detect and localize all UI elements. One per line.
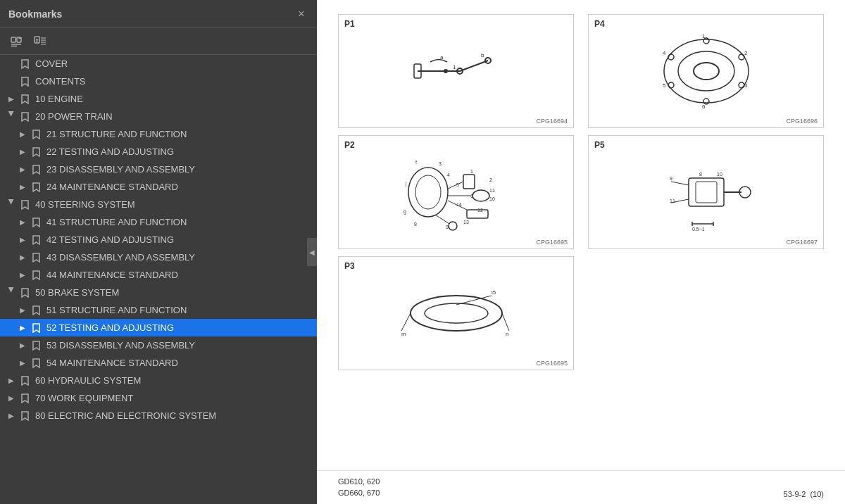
bookmark-icon <box>32 305 42 315</box>
sidebar-item-43-disassembly[interactable]: ▶43 DISASSEMBLY AND ASSEMBLY <box>0 248 317 266</box>
sidebar-tree: ▶COVER▶CONTENTS▶10 ENGINE▶20 POWER TRAIN… <box>0 55 317 504</box>
bookmark-icon <box>32 147 42 157</box>
svg-text:j: j <box>405 181 407 187</box>
bookmark-icon <box>32 218 42 227</box>
sidebar-item-label: 52 TESTING AND ADJUSTING <box>46 322 174 333</box>
sidebar-item-52-testing[interactable]: ▶52 TESTING AND ADJUSTING <box>0 319 317 336</box>
svg-text:n: n <box>506 331 508 337</box>
sidebar-item-70-work[interactable]: ▶70 WORK EQUIPMENT <box>0 389 317 407</box>
expand-arrow: ▶ <box>17 324 28 332</box>
svg-text:6: 6 <box>470 194 473 199</box>
figures-row-2: P2 <box>338 135 824 249</box>
sidebar-item-50-brake[interactable]: ▶50 BRAKE SYSTEM <box>0 284 317 301</box>
svg-line-45 <box>435 215 449 224</box>
svg-point-24 <box>694 63 719 80</box>
svg-point-78 <box>425 303 488 323</box>
bookmark-icon <box>21 288 31 298</box>
bookmark-icon <box>32 130 42 139</box>
sidebar-item-21-structure[interactable]: ▶21 STRUCTURE AND FUNCTION <box>0 125 317 143</box>
sidebar-item-label: 40 STEERING SYSTEM <box>35 199 135 210</box>
figure-p2-caption: CPG16695 <box>536 239 568 246</box>
svg-text:10: 10 <box>489 196 495 201</box>
bookmark-list-view-button[interactable] <box>7 32 25 51</box>
sidebar-item-label: 60 HYDRAULIC SYSTEM <box>35 375 141 386</box>
expand-arrow: ▶ <box>17 306 28 314</box>
figure-p1: P1 a <box>338 14 574 128</box>
sidebar-item-51-structure[interactable]: ▶51 STRUCTURE AND FUNCTION <box>0 301 317 319</box>
footer-page-number: 53-9-2 (10) <box>784 490 824 498</box>
sidebar-item-label: 10 ENGINE <box>35 94 83 104</box>
figure-p4-caption: CPG16696 <box>786 118 818 125</box>
bookmark-icon <box>32 358 42 368</box>
svg-text:1: 1 <box>453 64 456 70</box>
figures-row-3: P3 l5 m n <box>338 256 824 370</box>
sidebar-item-60-hydraulic[interactable]: ▶60 HYDRAULIC SYSTEM <box>0 372 317 389</box>
sidebar-item-40-steering[interactable]: ▶40 STEERING SYSTEM <box>0 196 317 213</box>
svg-text:9: 9 <box>670 176 672 181</box>
sidebar-item-41-structure[interactable]: ▶41 STRUCTURE AND FUNCTION <box>0 213 317 231</box>
sidebar-item-label: 43 DISASSEMBLY AND ASSEMBLY <box>46 252 195 263</box>
sidebar-item-label: 80 ELECTRIC AND ELECTRONIC SYSTEM <box>35 410 216 421</box>
expand-arrow: ▶ <box>17 183 28 191</box>
svg-point-30 <box>668 54 674 60</box>
bookmark-icon <box>21 77 31 87</box>
collapse-panel-button[interactable]: ◀ <box>307 238 317 266</box>
figure-p1-caption: CPG16694 <box>536 118 568 125</box>
svg-point-22 <box>664 39 749 103</box>
expand-arrow: ▶ <box>17 341 28 349</box>
svg-rect-40 <box>463 175 475 189</box>
figure-p5: P5 9 11 8 10 <box>588 135 824 249</box>
bookmark-icon <box>32 341 42 351</box>
bookmark-icon <box>21 200 31 210</box>
expand-arrow: ▶ <box>17 148 28 156</box>
sidebar-item-24-maintenance[interactable]: ▶24 MAINTENANCE STANDARD <box>0 178 317 196</box>
svg-text:3: 3 <box>744 82 748 89</box>
sidebar-item-42-testing[interactable]: ▶42 TESTING AND ADJUSTING <box>0 231 317 248</box>
sidebar-item-label: 53 DISASSEMBLY AND ASSEMBLY <box>46 340 195 351</box>
svg-line-67 <box>671 182 689 185</box>
figure-p4: P4 1 <box>588 14 824 128</box>
sidebar-item-cover[interactable]: ▶COVER <box>0 55 317 73</box>
sidebar-item-22-testing[interactable]: ▶22 TESTING AND ADJUSTING <box>0 143 317 160</box>
svg-point-38 <box>415 175 441 209</box>
bookmark-icon <box>21 112 31 122</box>
svg-text:8: 8 <box>699 172 702 177</box>
bookmark-icon <box>32 270 42 280</box>
sidebar-item-53-disassembly[interactable]: ▶53 DISASSEMBLY AND ASSEMBLY <box>0 336 317 354</box>
sidebar-item-44-maintenance[interactable]: ▶44 MAINTENANCE STANDARD <box>0 266 317 284</box>
svg-text:14: 14 <box>456 202 462 207</box>
sidebar-item-contents[interactable]: ▶CONTENTS <box>0 73 317 90</box>
sidebar-item-10-engine[interactable]: ▶10 ENGINE <box>0 90 317 108</box>
svg-rect-63 <box>689 178 724 206</box>
sidebar-item-80-electric[interactable]: ▶80 ELECTRIC AND ELECTRONIC SYSTEM <box>0 407 317 424</box>
svg-point-46 <box>449 222 457 230</box>
svg-point-23 <box>678 51 734 91</box>
svg-text:5: 5 <box>663 82 666 89</box>
sidebar-item-label: 70 WORK EQUIPMENT <box>35 393 133 403</box>
figure-p2-label: P2 <box>344 140 355 150</box>
sidebar-item-23-disassembly[interactable]: ▶23 DISASSEMBLY AND ASSEMBLY <box>0 160 317 178</box>
close-button[interactable]: × <box>294 7 308 21</box>
svg-point-42 <box>472 190 489 201</box>
expand-arrow: ▶ <box>17 236 28 244</box>
expand-arrow: ▶ <box>8 199 15 210</box>
sidebar-item-54-maintenance[interactable]: ▶54 MAINTENANCE STANDARD <box>0 354 317 372</box>
bookmark-icon <box>21 94 31 104</box>
svg-text:10: 10 <box>717 172 722 177</box>
figure-p3-label: P3 <box>344 261 355 271</box>
figure-p1-label: P1 <box>344 19 355 29</box>
svg-text:0.5~1: 0.5~1 <box>692 227 705 231</box>
sidebar-item-label: COVER <box>35 58 68 69</box>
bookmark-icon <box>32 253 42 263</box>
document-area: P1 a <box>317 0 845 470</box>
bookmark-expand-button[interactable] <box>31 32 49 51</box>
bookmark-icon <box>32 182 42 192</box>
svg-line-80 <box>502 313 509 331</box>
svg-text:1: 1 <box>702 33 706 39</box>
bookmark-icon <box>32 323 42 333</box>
sidebar-item-20-power-train[interactable]: ▶20 POWER TRAIN <box>0 108 317 125</box>
figure-p1-svg: a b 1 <box>403 32 509 110</box>
figure-p4-label: P4 <box>594 19 605 29</box>
sidebar-item-label: 21 STRUCTURE AND FUNCTION <box>46 129 187 139</box>
sidebar-header: Bookmarks × <box>0 0 317 28</box>
